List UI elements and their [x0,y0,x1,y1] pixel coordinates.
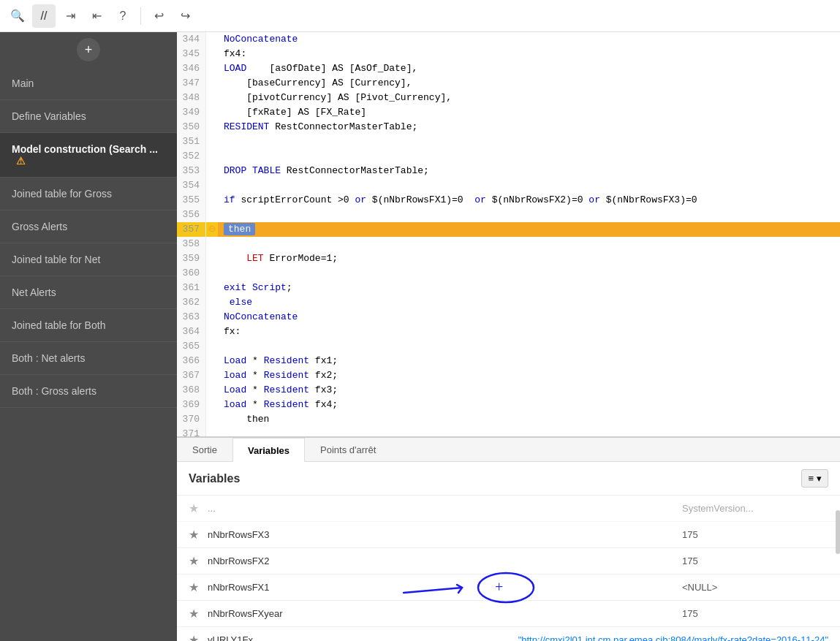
warning-icon: ⚠ [16,155,26,167]
sidebar-item-define-variables[interactable]: Define Variables [0,100,177,133]
indent-button[interactable]: ⇥ [58,4,82,28]
code-line-360: 360 [177,266,840,281]
sidebar-item-net-alerts[interactable]: Net Alerts [0,276,177,309]
sidebar-item-model-construction[interactable]: Model construction (Search ... ⚠ [0,133,177,178]
code-line-355: 355 if scriptErrorCount >0 or $(nNbrRows… [177,193,840,208]
comment-button[interactable]: // [32,4,56,28]
code-line-356: 356 [177,208,840,222]
code-line-363: 363 NoConcatenate [177,310,840,325]
variables-panel: Variables ≡ ▾ ★ ... SystemVersion... [177,462,840,641]
tab-variables[interactable]: Variables [232,438,305,462]
code-line-357: 357 ⊖ then [177,222,840,237]
favorite-star-fxyear[interactable]: ★ [189,607,199,621]
code-line-367: 367 load * Resident fx2; [177,368,840,383]
editor-area: 344 NoConcatenate 345 fx4: 346 LOAD [asO… [177,32,840,641]
sidebar: + Main Define Variables Model constructi… [0,32,177,641]
variable-row-nNbrRowsFX3: ★ nNbrRowsFX3 175 [177,522,840,548]
code-line-352: 352 [177,149,840,164]
sidebar-item-joined-both[interactable]: Joined table for Both [0,309,177,342]
sidebar-item-gross-alerts[interactable]: Gross Alerts [0,210,177,243]
bottom-panel: Sortie Variables Points d'arrêt Variable… [177,436,840,641]
sidebar-item-both-net-alerts[interactable]: Both : Net alerts [0,342,177,375]
favorite-star[interactable]: ★ [189,501,199,515]
code-line-351: 351 [177,134,840,149]
main-area: + Main Define Variables Model constructi… [0,32,840,641]
code-editor[interactable]: 344 NoConcatenate 345 fx4: 346 LOAD [asO… [177,32,840,436]
variable-row-truncated: ★ ... SystemVersion... [177,496,840,522]
variable-row-nNbrRowsFX2: ★ nNbrRowsFX2 175 [177,548,840,574]
code-line-350: 350 RESIDENT RestConnectorMasterTable; [177,120,840,134]
code-line-365: 365 [177,339,840,354]
code-line-364: 364 fx: [177,325,840,339]
code-line-370: 370 then [177,412,840,427]
sidebar-item-both-gross-alerts[interactable]: Both : Gross alerts [0,375,177,408]
variable-row-nNbrRowsFXyear: ★ nNbrRowsFXyear 175 [177,601,840,627]
toolbar: 🔍 // ⇥ ⇤ ? ↩ ↪ [0,0,840,32]
code-line-353: 353 DROP TABLE RestConnectorMasterTable; [177,164,840,178]
code-line-344: 344 NoConcatenate [177,32,840,47]
code-line-348: 348 [pivotCurrency] AS [Pivot_Currency], [177,91,840,105]
code-line-368: 368 Load * Resident fx3; [177,383,840,398]
code-line-362: 362 else [177,295,840,310]
scrollbar-indicator [836,510,840,554]
tab-sortie[interactable]: Sortie [177,438,232,461]
code-line-346: 346 LOAD [asOfDate] AS [AsOf_Date], [177,61,840,76]
breakpoint-357[interactable]: ⊖ [206,222,218,237]
code-line-347: 347 [baseCurrency] AS [Currency], [177,76,840,91]
code-line-345: 345 fx4: [177,47,840,61]
menu-icon: ≡ [808,473,814,484]
favorite-star-fx1[interactable]: ★ [189,580,199,594]
variable-row-vURLY1Fx: ★ vURLY1Fx "http://cmxi2l01.int.cm.par.e… [177,627,840,641]
code-line-349: 349 [fxRate] AS [FX_Rate] [177,105,840,120]
code-line-361: 361 exit Script; [177,281,840,295]
undo-button[interactable]: ↩ [147,4,170,28]
favorite-star-fx3[interactable]: ★ [189,528,199,542]
sidebar-item-joined-gross[interactable]: Joined table for Gross [0,178,177,210]
outdent-button[interactable]: ⇤ [85,4,108,28]
bottom-tabs: Sortie Variables Points d'arrêt [177,438,840,462]
sidebar-item-main[interactable]: Main [0,67,177,100]
variables-menu-button[interactable]: ≡ ▾ [801,469,828,488]
code-line-369: 369 load * Resident fx4; [177,398,840,412]
code-line-371: 371 [177,427,840,436]
variables-title: Variables [189,472,240,485]
help-button[interactable]: ? [111,4,135,28]
tab-points-arret[interactable]: Points d'arrêt [305,438,391,461]
add-section-button[interactable]: + [77,38,100,61]
code-line-359: 359 LET ErrorMode=1; [177,251,840,266]
code-line-354: 354 [177,178,840,193]
redo-button[interactable]: ↪ [173,4,197,28]
code-line-358: 358 [177,237,840,251]
code-line-366: 366 Load * Resident fx1; [177,354,840,368]
search-button[interactable]: 🔍 [6,4,29,28]
sidebar-item-joined-net[interactable]: Joined table for Net [0,243,177,276]
variables-table: ★ ... SystemVersion... ★ nNbrRowsFX3 175… [177,496,840,641]
favorite-star-vurl[interactable]: ★ [189,633,199,641]
toolbar-separator [140,7,141,25]
favorite-star-fx2[interactable]: ★ [189,554,199,568]
dropdown-arrow-icon: ▾ [817,473,822,484]
variables-header: Variables ≡ ▾ [177,462,840,496]
variable-row-nNbrRowsFX1: ★ nNbrRowsFX1 <NULL> + [177,574,840,601]
